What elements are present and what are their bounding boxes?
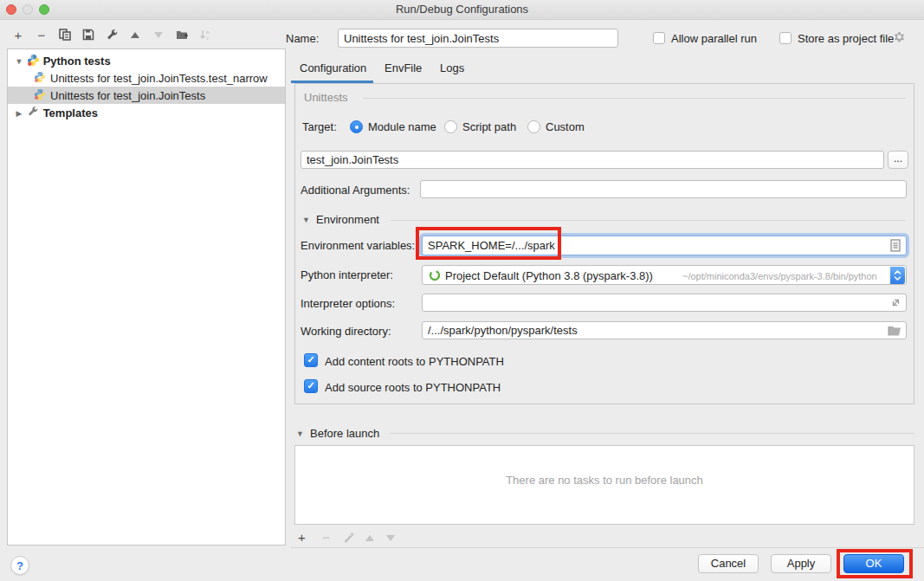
configurations-tree: ▼ Python tests Unittests for test_join.J…	[7, 48, 286, 545]
tree-item-label: Unittests for test_join.JoinTests.test_n…	[50, 72, 268, 85]
python-interpreter-label: Python interpreter:	[300, 268, 393, 281]
environment-collapse-icon[interactable]: ▼	[302, 216, 310, 224]
sort-alphabetically-icon: az	[198, 28, 212, 42]
target-module-name-label: Module name	[368, 120, 436, 133]
before-launch-label: Before launch	[310, 427, 379, 440]
configurations-toolbar: + − az	[11, 28, 222, 42]
python-tests-icon	[27, 54, 40, 67]
remove-configuration-icon[interactable]: −	[35, 28, 48, 42]
interpreter-options-label: Interpreter options:	[300, 297, 395, 310]
tree-item-python-tests[interactable]: ▼ Python tests	[8, 52, 285, 69]
add-content-roots-label: Add content roots to PYTHONPATH	[325, 355, 504, 368]
move-up-icon[interactable]	[128, 28, 142, 42]
tab-configuration[interactable]: Configuration	[300, 61, 366, 74]
gear-icon[interactable]	[891, 30, 905, 44]
working-directory-input[interactable]	[422, 321, 907, 339]
edit-templates-icon[interactable]	[105, 28, 119, 42]
browse-module-button[interactable]: ...	[888, 151, 908, 169]
module-name-input[interactable]	[300, 151, 884, 169]
target-custom-label: Custom	[546, 120, 585, 133]
environment-separator	[391, 220, 905, 221]
conda-env-icon	[429, 269, 441, 281]
help-button[interactable]: ?	[10, 556, 29, 575]
tab-logs[interactable]: Logs	[440, 61, 464, 74]
copy-configuration-icon[interactable]	[58, 28, 72, 42]
python-test-config-icon	[34, 71, 47, 84]
allow-parallel-run-label: Allow parallel run	[671, 32, 757, 45]
before-launch-tasks-box: There are no tasks to run before launch	[294, 445, 914, 525]
target-script-path-radio[interactable]	[444, 120, 457, 133]
unittests-group-label: Unittests	[304, 91, 348, 104]
collapse-arrow-icon[interactable]: ▼	[15, 53, 23, 69]
svg-text:a: a	[206, 29, 210, 35]
add-task-icon[interactable]: +	[298, 530, 306, 545]
environment-variables-label: Environment variables:	[300, 239, 415, 252]
before-launch-collapse-icon[interactable]: ▼	[296, 429, 304, 438]
remove-task-icon: −	[322, 530, 330, 545]
target-custom-radio[interactable]	[527, 120, 540, 133]
working-directory-label: Working directory:	[300, 325, 391, 338]
save-configuration-icon[interactable]	[81, 28, 95, 42]
add-source-roots-checkbox[interactable]: ✓	[304, 379, 318, 393]
group-separator	[363, 98, 905, 99]
add-source-roots-label: Add source roots to PYTHONPATH	[325, 381, 501, 394]
tree-item-templates[interactable]: ▶ Templates	[8, 104, 285, 121]
target-script-path-label: Script path	[462, 120, 516, 133]
window-title: Run/Debug Configurations	[0, 3, 924, 16]
configuration-panel: Unittests Target: Module name Script pat…	[294, 83, 914, 404]
tree-item-label: Templates	[43, 107, 98, 119]
name-input[interactable]	[338, 29, 618, 48]
additional-arguments-label: Additional Arguments:	[300, 184, 410, 197]
footer-separator	[291, 547, 924, 548]
move-task-up-icon	[365, 535, 374, 541]
store-as-project-file-label: Store as project file	[798, 32, 894, 45]
new-folder-icon[interactable]	[175, 28, 189, 42]
python-test-config-icon	[34, 88, 47, 101]
interpreter-stepper-icon[interactable]	[890, 267, 905, 284]
allow-parallel-run-checkbox[interactable]	[653, 32, 665, 44]
ok-button[interactable]: OK	[843, 554, 904, 573]
expand-arrow-icon[interactable]: ▶	[15, 105, 23, 121]
tree-item-label: Python tests	[43, 55, 111, 68]
edit-task-icon	[343, 532, 355, 544]
interpreter-value: Project Default (Python 3.8 (pyspark-3.8…	[445, 269, 653, 282]
name-label: Name:	[286, 32, 319, 45]
move-down-icon	[152, 28, 165, 42]
before-launch-separator	[390, 433, 914, 434]
move-task-down-icon	[386, 535, 395, 541]
interpreter-path: ~/opt/miniconda3/envs/pyspark-3.8/bin/py…	[682, 271, 877, 281]
title-bar: Run/Debug Configurations	[0, 0, 924, 20]
environment-section-label: Environment	[316, 213, 379, 226]
edit-variables-icon[interactable]	[889, 239, 901, 252]
python-interpreter-select[interactable]: Project Default (Python 3.8 (pyspark-3.8…	[422, 265, 907, 285]
expand-field-icon[interactable]	[890, 297, 901, 308]
tree-item-label: Unittests for test_join.JoinTests	[50, 89, 205, 102]
templates-icon	[27, 106, 40, 119]
add-configuration-icon[interactable]: +	[11, 28, 25, 42]
tree-item-unittest-narrow[interactable]: Unittests for test_join.JoinTests.test_n…	[8, 69, 285, 87]
additional-arguments-input[interactable]	[420, 180, 907, 198]
add-content-roots-checkbox[interactable]: ✓	[304, 353, 318, 367]
store-as-project-file-checkbox[interactable]	[779, 32, 792, 44]
browse-folder-icon[interactable]	[888, 325, 901, 336]
tab-envfile[interactable]: EnvFile	[384, 61, 422, 74]
target-label: Target:	[302, 120, 337, 133]
svg-text:z: z	[206, 36, 209, 41]
before-launch-empty-text: There are no tasks to run before launch	[295, 474, 914, 487]
interpreter-options-input[interactable]	[422, 294, 907, 312]
active-tab-underline	[291, 81, 373, 83]
environment-variables-input[interactable]	[422, 236, 907, 255]
target-module-name-radio[interactable]	[350, 120, 363, 133]
apply-button[interactable]: Apply	[771, 554, 831, 573]
cancel-button[interactable]: Cancel	[698, 554, 759, 573]
tree-item-unittest-jointests[interactable]: Unittests for test_join.JoinTests	[8, 87, 285, 104]
